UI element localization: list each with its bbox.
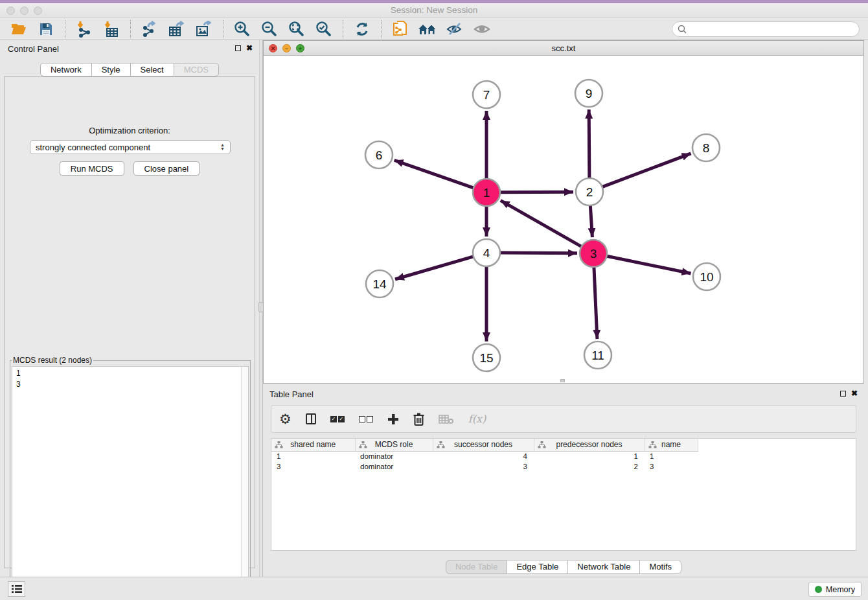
chevron-up-down-icon: ▲▼	[220, 143, 225, 151]
zoom-fit-icon[interactable]	[287, 19, 306, 39]
tab-style[interactable]: Style	[91, 63, 131, 76]
zoom-selected-icon[interactable]	[314, 19, 334, 39]
table-cell[interactable]: 4	[433, 451, 534, 461]
node-label-15: 15	[479, 351, 493, 365]
list-icon	[12, 584, 22, 594]
delete-column-icon[interactable]	[413, 411, 424, 428]
column-type-icon	[437, 441, 445, 450]
tab-node-table[interactable]: Node Table	[446, 560, 508, 574]
memory-label: Memory	[826, 585, 855, 594]
import-network-icon[interactable]	[74, 19, 94, 39]
task-history-button[interactable]	[8, 581, 25, 597]
tab-select[interactable]: Select	[130, 63, 174, 76]
optimization-label: Optimization criterion:	[5, 126, 255, 135]
duplicate-network-icon[interactable]	[391, 19, 410, 39]
column-header-name[interactable]: name	[645, 439, 698, 451]
table-cell[interactable]: dominator	[355, 461, 433, 472]
float-panel-icon[interactable]	[235, 45, 241, 51]
network-window-title: scc.txt	[264, 43, 863, 53]
table-cell[interactable]: 1	[645, 451, 698, 461]
optimization-dropdown[interactable]: strongly connected component ▲▼	[30, 140, 231, 154]
table-cell[interactable]: 1	[271, 451, 355, 461]
node-label-1: 1	[483, 186, 490, 200]
control-panel: Control Panel ✖ NetworkStyleSelectMCDS O…	[0, 40, 259, 577]
search-input[interactable]	[690, 25, 852, 34]
run-mcds-button[interactable]: Run MCDS	[60, 161, 124, 176]
resize-grip-icon[interactable]	[560, 379, 565, 382]
table-cell[interactable]: 3	[433, 461, 534, 472]
select-all-icon[interactable]: ✓✓	[330, 411, 345, 428]
node-label-2: 2	[586, 185, 593, 199]
node-label-6: 6	[376, 148, 383, 162]
column-header-predecessor-nodes[interactable]: predecessor nodes	[534, 439, 645, 451]
column-type-icon	[648, 441, 657, 450]
export-network-icon[interactable]	[140, 19, 159, 39]
tab-network-table[interactable]: Network Table	[567, 560, 640, 574]
node-label-10: 10	[700, 270, 713, 284]
toolbar-separator	[65, 20, 65, 38]
node-label-7: 7	[483, 88, 490, 102]
memory-button[interactable]: Memory	[808, 582, 862, 597]
close-panel-icon[interactable]: ✖	[246, 45, 253, 51]
tab-mcds[interactable]: MCDS	[174, 63, 219, 76]
column-header-shared-name[interactable]: shared name	[271, 439, 355, 451]
column-header-mcds-role[interactable]: MCDS role	[355, 439, 433, 451]
tab-network[interactable]: Network	[40, 63, 92, 76]
zoom-out-icon[interactable]	[260, 19, 279, 39]
scrollbar[interactable]	[241, 367, 248, 598]
edge-3-11[interactable]	[594, 266, 597, 339]
table-row[interactable]: 1dominator411	[271, 451, 698, 461]
open-file-icon[interactable]	[9, 19, 29, 39]
table-panel-tabs: Node TableEdge TableNetwork TableMotifs	[263, 560, 864, 574]
edge-2-8[interactable]	[602, 154, 691, 187]
settings-gear-icon[interactable]: ⚙	[279, 411, 291, 428]
network-window: ✕ − + scc.txt 7968124314101511	[263, 40, 864, 384]
deselect-all-icon[interactable]	[359, 411, 373, 428]
control-panel-title: Control Panel	[8, 44, 59, 54]
column-type-icon	[275, 441, 283, 450]
table-cell[interactable]: 1	[534, 451, 645, 461]
export-image-icon[interactable]	[194, 19, 214, 39]
dropdown-value: strongly connected component	[36, 143, 220, 152]
edge-3-10[interactable]	[606, 256, 691, 273]
edge-1-6[interactable]	[394, 160, 475, 188]
window-title: Session: New Session	[0, 5, 868, 15]
show-all-icon	[472, 19, 492, 39]
export-table-icon[interactable]	[167, 19, 187, 39]
search-field[interactable]	[672, 21, 860, 37]
node-table-container: shared nameMCDS rolesuccessor nodesprede…	[271, 438, 856, 551]
table-cell[interactable]: 3	[645, 461, 698, 472]
edge-2-3[interactable]	[590, 205, 592, 237]
mcds-result-box: MCDS result (2 nodes) 13	[10, 356, 251, 600]
delete-table-icon	[439, 411, 454, 428]
first-neighbors-icon[interactable]	[418, 19, 437, 39]
import-table-icon[interactable]	[102, 19, 121, 39]
split-columns-icon[interactable]	[306, 411, 316, 428]
close-panel-icon[interactable]: ✖	[851, 390, 858, 397]
tab-edge-table[interactable]: Edge Table	[507, 560, 568, 574]
tab-motifs[interactable]: Motifs	[639, 560, 681, 574]
control-panel-header: Control Panel ✖	[0, 40, 259, 57]
table-cell[interactable]: 2	[534, 461, 645, 472]
refresh-layout-icon[interactable]	[352, 19, 372, 39]
float-panel-icon[interactable]	[840, 391, 846, 397]
edge-3-1[interactable]	[501, 200, 582, 247]
edge-4-3[interactable]	[499, 253, 577, 253]
save-session-icon[interactable]	[36, 19, 56, 39]
table-cell[interactable]: dominator	[355, 451, 433, 461]
column-header-successor-nodes[interactable]: successor nodes	[433, 439, 534, 451]
network-canvas[interactable]: 7968124314101511	[264, 56, 863, 383]
table-cell[interactable]: 3	[271, 461, 355, 472]
network-window-titlebar[interactable]: ✕ − + scc.txt	[264, 41, 863, 56]
table-row[interactable]: 3dominator323	[271, 461, 698, 472]
mcds-result-area[interactable]: 13	[12, 366, 249, 599]
edge-1-2[interactable]	[499, 192, 573, 192]
hide-selected-icon[interactable]	[445, 19, 464, 39]
edge-2-9[interactable]	[589, 110, 589, 179]
node-label-9: 9	[586, 87, 593, 100]
toolbar-separator	[343, 20, 343, 38]
add-column-icon[interactable]	[387, 411, 399, 428]
edge-4-14[interactable]	[395, 257, 474, 279]
zoom-in-icon[interactable]	[233, 19, 252, 39]
close-panel-button[interactable]: Close panel	[133, 161, 200, 176]
